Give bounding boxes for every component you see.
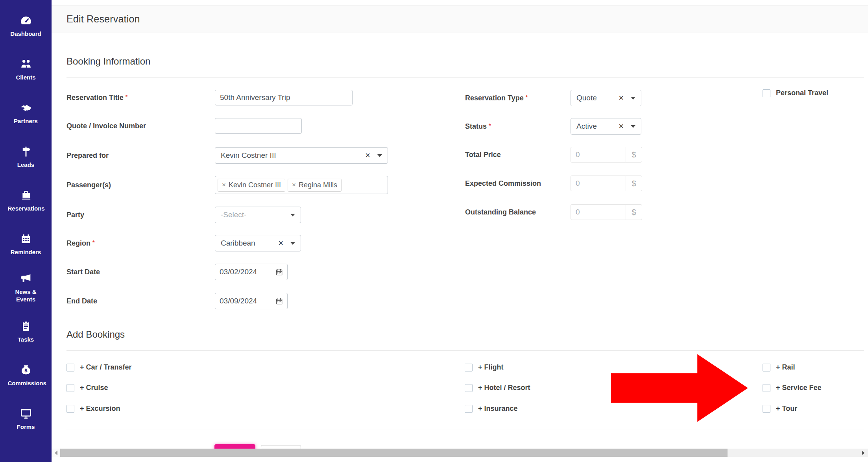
sidebar-item-label: Commissions: [8, 380, 44, 387]
checkbox-service-fee[interactable]: + Service Fee: [763, 384, 822, 392]
chevron-down-icon[interactable]: [290, 242, 295, 245]
checkbox[interactable]: [465, 364, 473, 371]
chevron-down-icon[interactable]: [631, 125, 635, 128]
reservation-type-label: Reservation Type*: [465, 94, 528, 102]
sidebar-item-label: Forms: [17, 423, 35, 431]
total-price-input-group: $: [571, 147, 642, 163]
sidebar-item-partners[interactable]: Partners: [0, 91, 52, 135]
sidebar-item-leads[interactable]: Leads: [0, 135, 52, 179]
checkbox-hotel-resort[interactable]: + Hotel / Resort: [465, 384, 530, 392]
status-select[interactable]: Active ×: [571, 118, 641, 135]
sidebar-item-reservations[interactable]: Reservations: [0, 179, 52, 222]
expected-commission-label: Expected Commission: [465, 179, 541, 188]
section-divider: [66, 350, 864, 351]
sidebar-item-tasks[interactable]: Tasks: [0, 310, 52, 353]
currency-suffix: $: [626, 204, 642, 220]
sidebar-item-commissions[interactable]: $ Commissions: [0, 353, 52, 397]
required-marker: *: [92, 239, 94, 246]
scroll-right-arrow-icon[interactable]: [859, 449, 866, 457]
clear-icon[interactable]: ×: [619, 94, 624, 102]
checkbox-excursion[interactable]: + Excursion: [66, 405, 120, 413]
checkbox-label: + Cruise: [80, 384, 108, 392]
clear-icon[interactable]: ×: [278, 239, 283, 248]
total-price-input[interactable]: [571, 147, 626, 163]
start-date-label: Start Date: [66, 268, 100, 276]
selected-value: Quote: [576, 94, 613, 102]
horizontal-scrollbar[interactable]: [52, 449, 868, 457]
outstanding-balance-input-group: $: [571, 204, 642, 220]
required-marker: *: [489, 122, 491, 129]
checkbox[interactable]: [465, 384, 473, 392]
total-price-label: Total Price: [465, 151, 501, 159]
checkbox-tour[interactable]: + Tour: [763, 405, 797, 413]
checkbox[interactable]: [465, 405, 473, 413]
sidebar-item-reminders[interactable]: Reminders: [0, 222, 52, 266]
selected-value: Caribbean: [221, 239, 273, 248]
section-heading-add-bookings: Add Bookings: [66, 329, 125, 340]
checkbox[interactable]: [763, 384, 770, 392]
field-row-reservation-type: Reservation Type* Quote ×: [52, 90, 868, 106]
currency-suffix: $: [626, 176, 642, 191]
sidebar-item-forms[interactable]: Forms: [0, 397, 52, 441]
personal-travel-checkbox[interactable]: Personal Travel: [763, 89, 828, 97]
checkbox-label: + Rail: [776, 363, 795, 371]
end-date-input[interactable]: 03/09/2024: [215, 293, 288, 309]
checkbox-flight[interactable]: + Flight: [465, 363, 504, 371]
calendar-icon[interactable]: [275, 268, 283, 276]
region-select[interactable]: Caribbean ×: [215, 235, 301, 251]
edit-reservation-page: Dashboard Clients Partners Leads Reserva…: [0, 0, 868, 462]
calendar-icon[interactable]: [275, 298, 283, 305]
expected-commission-input[interactable]: [571, 176, 626, 191]
sidebar-item-label: Partners: [14, 118, 38, 125]
tasks-clipboard-icon: [20, 320, 32, 333]
checkbox-insurance[interactable]: + Insurance: [465, 405, 518, 413]
outstanding-balance-label: Outstanding Balance: [465, 208, 536, 216]
outstanding-balance-input[interactable]: [571, 204, 626, 220]
commissions-moneybag-icon: $: [20, 364, 32, 376]
checkbox-label: + Service Fee: [776, 384, 822, 392]
sidebar-item-label: Leads: [17, 161, 34, 169]
checkbox-label: + Flight: [478, 363, 504, 371]
sidebar-item-label: Reservations: [8, 205, 44, 213]
region-label: Region*: [66, 239, 94, 248]
checkbox[interactable]: [763, 364, 770, 371]
clients-people-icon: [20, 58, 32, 70]
required-marker: *: [526, 94, 528, 100]
checkbox[interactable]: [66, 405, 74, 413]
checkbox[interactable]: [66, 364, 74, 371]
checkbox[interactable]: [66, 384, 74, 392]
sidebar-item-news-events[interactable]: News & Events: [0, 266, 52, 310]
field-row-total-price: Total Price $: [52, 147, 868, 163]
checkbox-label: + Car / Transfer: [80, 363, 132, 371]
reminders-calendar-icon: [20, 233, 32, 245]
checkbox-rail[interactable]: + Rail: [763, 363, 795, 371]
checkbox-cruise[interactable]: + Cruise: [66, 384, 108, 392]
personal-travel-label: Personal Travel: [776, 89, 828, 97]
section-divider: [66, 429, 864, 429]
checkbox-car-transfer[interactable]: + Car / Transfer: [66, 363, 132, 371]
red-arrow-annotation: [611, 354, 748, 422]
sidebar-item-label: Reminders: [11, 249, 41, 256]
field-row-start-date: Start Date 03/02/2024: [52, 264, 868, 280]
news-megaphone-icon: [20, 272, 32, 285]
field-row-status: Status* Active ×: [52, 118, 868, 135]
clear-icon[interactable]: ×: [619, 122, 624, 131]
sidebar: Dashboard Clients Partners Leads Reserva…: [0, 0, 52, 462]
checkbox[interactable]: [763, 405, 770, 413]
bottom-strip: [52, 457, 868, 462]
chevron-down-icon[interactable]: [631, 97, 635, 100]
checkbox[interactable]: [763, 89, 770, 97]
sidebar-item-dashboard[interactable]: Dashboard: [0, 4, 52, 48]
scrollbar-thumb[interactable]: [60, 449, 728, 457]
start-date-input[interactable]: 03/02/2024: [215, 264, 288, 280]
section-divider: [66, 77, 864, 78]
sidebar-item-clients[interactable]: Clients: [0, 48, 52, 91]
field-row-end-date: End Date 03/09/2024: [52, 293, 868, 309]
status-label: Status*: [465, 122, 491, 131]
sidebar-item-label: Dashboard: [10, 30, 41, 38]
selected-value: Active: [576, 122, 613, 131]
sidebar-item-label: Clients: [16, 74, 35, 81]
reservation-type-select[interactable]: Quote ×: [571, 90, 641, 106]
scroll-left-arrow-icon[interactable]: [52, 449, 60, 457]
dashboard-gauge-icon: [20, 14, 32, 27]
